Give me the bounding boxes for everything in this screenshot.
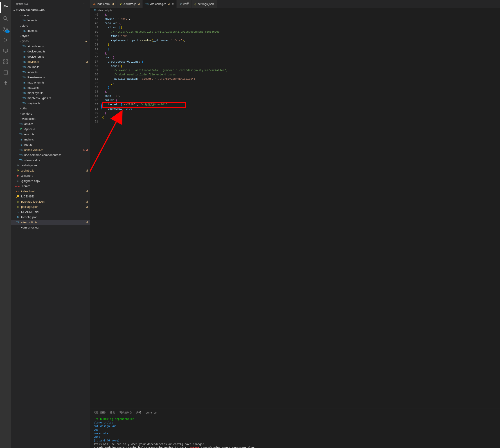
editor-tab[interactable]: ⚙设置 xyxy=(177,0,192,8)
code-line[interactable]: // https://github.com/vitejs/vite/issues… xyxy=(101,30,500,34)
editor-area: <>index.htmlM⚙.eslintrc.jsMTSvite.config… xyxy=(90,0,500,448)
file-item[interactable]: TSdevice-cmd.ts xyxy=(11,49,90,54)
panel-tab[interactable]: 问题32 xyxy=(94,410,106,415)
extensions-icon[interactable] xyxy=(0,56,11,67)
file-item[interactable]: TSmap.d.ts xyxy=(11,85,90,90)
file-item[interactable]: TSlive-stream.ts xyxy=(11,75,90,80)
explorer-icon[interactable] xyxy=(0,2,11,13)
panel-tab[interactable]: JUPYTER xyxy=(146,410,157,415)
file-item[interactable]: TSroot.ts xyxy=(11,142,90,147)
terminal-content[interactable]: Pre-bundling dependencies: element-plus … xyxy=(90,416,500,448)
file-item[interactable]: ◆.gitignore xyxy=(11,173,90,178)
code-line[interactable]: css: { xyxy=(101,56,500,60)
editor-tab[interactable]: ⚙.eslintrc.jsM xyxy=(117,0,143,8)
tab-label: .eslintrc.js xyxy=(123,2,136,6)
code-line[interactable]: ] xyxy=(101,47,500,51)
file-item[interactable]: TSenv.d.ts xyxy=(11,132,90,137)
file-item[interactable]: TSvite.config.tsM xyxy=(11,220,90,225)
code-line[interactable]: preprocessorOptions: { xyxy=(101,60,500,64)
file-item[interactable]: TSdevice.tsM xyxy=(11,59,90,64)
code-editor[interactable]: 4647484950515253545556575859606162636465… xyxy=(90,13,500,409)
file-item[interactable]: TSmain.ts xyxy=(11,137,90,142)
file-item[interactable]: <>index.htmlM xyxy=(11,189,90,194)
folder-item[interactable]: ›websocket xyxy=(11,116,90,121)
code-line[interactable]: // dont need include file extend .scss xyxy=(101,73,500,77)
folder-item[interactable]: ⌄router xyxy=(11,13,90,18)
folder-item[interactable]: ⌄types• xyxy=(11,38,90,44)
remote-icon[interactable] xyxy=(0,46,11,56)
file-item[interactable]: TSmapMaskTypes.ts xyxy=(11,96,90,101)
code-line[interactable]: build: { xyxy=(101,98,500,103)
sidebar-header: 资源管理器 ⋯ xyxy=(11,0,90,8)
file-item[interactable]: TSindex.ts xyxy=(11,28,90,33)
file-item[interactable]: TSvite-env.d.ts xyxy=(11,158,90,163)
file-item[interactable]: ⊘.eslintignore xyxy=(11,163,90,168)
file-item[interactable]: ⚙tsconfig.json xyxy=(11,215,90,220)
file-item[interactable]: TSmapLayer.ts xyxy=(11,90,90,96)
folder-item[interactable]: ⌄store xyxy=(11,23,90,28)
file-item[interactable]: ≡yarn-error.log xyxy=(11,225,90,230)
panel-tab[interactable]: 终端 xyxy=(136,410,141,415)
sidebar-more-icon[interactable]: ⋯ xyxy=(83,2,86,5)
code-line[interactable]: scss: { xyxy=(101,64,500,68)
breadcrumb[interactable]: TS vite.config.ts › ... xyxy=(90,8,500,13)
file-item[interactable]: ≡.gitignore copy xyxy=(11,178,90,183)
folder-item[interactable]: ›utils xyxy=(11,106,90,111)
file-item[interactable]: TSindex.ts xyxy=(11,18,90,23)
code-content[interactable]: }, envDir: './env', resolve: { alias: [{… xyxy=(101,13,500,409)
code-line[interactable]: }) xyxy=(101,115,500,120)
file-item[interactable]: TSairport-tsa.ts xyxy=(11,44,90,49)
code-line[interactable]: sourcemap: true xyxy=(101,107,500,111)
code-line[interactable]: envDir: './env', xyxy=(101,17,500,21)
file-item[interactable]: 🔑LICENSE xyxy=(11,194,90,199)
file-item[interactable]: TSwayline.ts xyxy=(11,101,90,106)
code-line[interactable]: } xyxy=(101,43,500,47)
panel-tab[interactable]: 输出 xyxy=(110,410,115,415)
code-line[interactable] xyxy=(101,120,500,124)
code-line[interactable]: }, xyxy=(101,81,500,86)
code-line[interactable]: base: '/', xyxy=(101,94,500,98)
tab-file-icon: {} xyxy=(194,3,196,5)
code-line[interactable]: } xyxy=(101,111,500,115)
source-control-icon[interactable]: 12 xyxy=(0,24,11,35)
file-item[interactable]: TSindex.ts xyxy=(11,70,90,75)
file-item[interactable]: npm.npmrc xyxy=(11,183,90,189)
file-type-icon: ⚙ xyxy=(16,169,20,172)
svg-rect-8 xyxy=(6,62,8,64)
code-line[interactable]: }, xyxy=(101,90,500,94)
code-line[interactable]: resolve: { xyxy=(101,21,500,26)
file-item[interactable]: {}package.jsonM xyxy=(11,204,90,209)
editor-tab[interactable]: {}settings.json xyxy=(192,0,217,8)
alien-icon[interactable] xyxy=(0,78,11,89)
file-item[interactable]: VApp.vue xyxy=(11,127,90,132)
code-line[interactable]: }, xyxy=(101,13,500,17)
editor-tab[interactable]: TSvite.config.tsM× xyxy=(143,0,177,8)
code-line[interactable]: target: ['es2018'], // 最低支持 es2015 xyxy=(101,103,500,107)
file-item[interactable]: TSshims-vue.d.ts1, M xyxy=(11,147,90,152)
book-icon[interactable] xyxy=(0,67,11,78)
search-icon[interactable] xyxy=(0,13,11,24)
file-item[interactable]: TSmap-enum.ts xyxy=(11,80,90,85)
code-line[interactable]: find: '/@', xyxy=(101,34,500,38)
file-item[interactable]: ⚙.eslintrc.jsM xyxy=(11,168,90,173)
file-item[interactable]: TSenums.ts xyxy=(11,64,90,70)
file-item[interactable]: {}package-lock.jsonM xyxy=(11,199,90,204)
code-line[interactable]: replacement: path.resolve(__dirname, './… xyxy=(101,38,500,43)
run-debug-icon[interactable] xyxy=(0,35,11,46)
project-header[interactable]: ⌄ CLOUD-API-DEMO-WEB xyxy=(11,8,90,13)
file-item[interactable]: ⓘREADME.md xyxy=(11,209,90,215)
file-item[interactable]: TSdevice-log.ts xyxy=(11,54,90,59)
file-tree[interactable]: ⌄routerTSindex.ts⌄storeTSindex.ts›styles… xyxy=(11,13,90,448)
code-line[interactable]: alias: [{ xyxy=(101,26,500,30)
code-line[interactable]: // example : additionalData: `@import ".… xyxy=(101,68,500,73)
panel-tab[interactable]: 调试控制台 xyxy=(120,410,132,415)
code-line[interactable]: } xyxy=(101,86,500,90)
editor-tab[interactable]: <>index.htmlM xyxy=(90,0,117,8)
folder-item[interactable]: ›styles xyxy=(11,33,90,38)
code-line[interactable]: additionalData: '@import "./src/styles/v… xyxy=(101,77,500,81)
file-item[interactable]: TSuse-common-components.ts xyxy=(11,152,90,158)
file-item[interactable]: TSantd.ts xyxy=(11,121,90,127)
code-line[interactable]: }, xyxy=(101,51,500,56)
close-icon[interactable]: × xyxy=(172,2,174,6)
folder-item[interactable]: ›vendors xyxy=(11,111,90,116)
